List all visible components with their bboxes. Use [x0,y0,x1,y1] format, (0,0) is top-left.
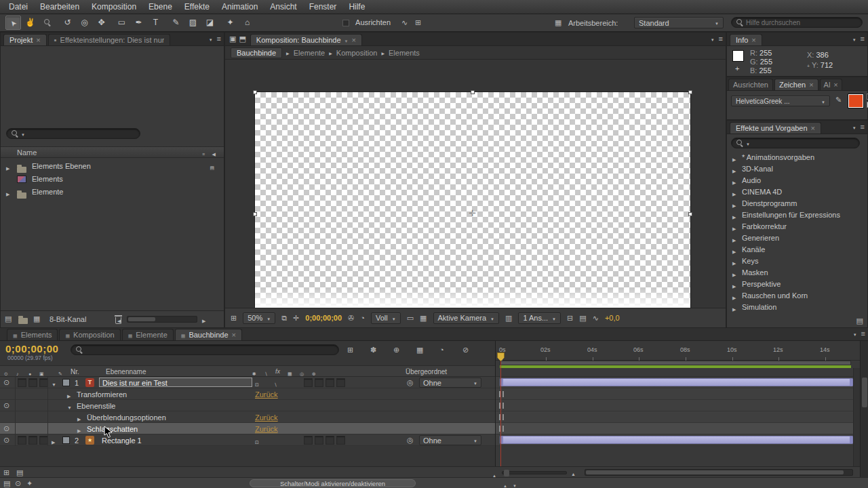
project-search-input[interactable] [28,130,135,138]
twirl-closed-icon[interactable] [732,270,736,278]
close-icon[interactable] [352,37,356,44]
zoom-slider-thumb[interactable] [504,470,509,476]
twirl-closed-icon[interactable] [732,259,736,266]
horizontal-scrollbar-thumb[interactable] [586,470,844,474]
tab-komposition[interactable]: Komposition [59,329,120,340]
label-color-chip[interactable] [62,436,70,444]
motion-blur-icon[interactable] [439,346,444,354]
close-icon[interactable] [232,331,236,339]
selection-handle[interactable] [688,212,692,216]
new-composition-icon[interactable] [33,315,40,323]
twirl-closed-icon[interactable] [732,224,736,232]
menu-ansicht[interactable]: Ansicht [264,0,302,14]
group-label[interactable]: Ebenenstile [77,402,116,410]
shy-switch[interactable] [255,380,259,388]
layer-row-1[interactable]: 1 Dies ist nur ein Test Ohne [0,377,495,388]
eye-icon[interactable] [3,379,9,386]
twirl-closed-icon[interactable] [732,247,736,255]
effects-category[interactable]: Keys [727,256,867,267]
effects-category[interactable]: Masken [727,267,867,279]
tab-zeichen[interactable]: Zeichen [774,79,818,90]
new-folder-icon[interactable] [18,318,28,324]
frame-blend-icon[interactable] [416,346,423,354]
lock-view-icon[interactable] [239,35,245,43]
workspace-select[interactable]: Standard [634,17,724,28]
collapse-icon[interactable] [212,150,216,157]
interpret-footage-icon[interactable] [5,315,12,323]
eye-icon[interactable] [3,425,9,432]
layer-row-2[interactable]: 2 Rectangle 1 Ohne [0,434,495,446]
scroll-left-icon[interactable] [117,317,121,324]
graph-editor-icon[interactable] [462,346,469,354]
layer-duration-bar[interactable] [500,436,853,444]
group-row-transformieren[interactable]: Transformieren Zurück [0,388,495,400]
help-search-input[interactable] [746,19,857,26]
tab-ausrichten[interactable]: Ausrichten [728,79,773,90]
pen-tool-icon[interactable] [131,16,146,30]
effects-category[interactable]: Rauschen und Korn [727,290,867,302]
track-row-layer-2[interactable] [496,434,860,446]
timeline-vscrollbar[interactable] [860,341,868,477]
twirl-open-icon[interactable] [67,403,72,411]
view-layout-select[interactable]: 1 Ans... [518,312,561,324]
footer-scrollbar[interactable] [127,316,197,323]
panel-menu-icon[interactable] [861,330,865,338]
comp-mini-flowchart-icon[interactable] [347,346,353,354]
selection-tool-icon[interactable] [5,16,21,30]
eyedropper-icon[interactable] [835,96,842,104]
camera-select[interactable]: Aktive Kamera [433,312,499,324]
status-icon-3[interactable] [26,480,33,487]
reset-link[interactable]: Zurück [255,390,278,399]
selection-handle[interactable] [471,90,475,94]
collapse-up-icon[interactable] [503,481,507,488]
camera-tool-icon[interactable] [77,16,92,30]
shy-switch[interactable] [255,438,259,445]
fast-previews-icon[interactable] [579,314,586,322]
snapshot-icon[interactable] [348,314,354,322]
timeline-flow-icon[interactable] [593,314,599,322]
expand-icon[interactable] [3,469,9,476]
twirl-closed-icon[interactable] [6,190,9,197]
exposure-value[interactable]: +0,0 [605,314,620,322]
bit-depth-label[interactable]: 8-Bit-Kanal [50,315,86,323]
draft-3d-icon[interactable] [370,346,376,354]
hide-shy-icon[interactable] [393,346,399,354]
twirl-closed-icon[interactable] [732,305,736,312]
tab-effekte-und-vorgaben[interactable]: Effekte und Vorgaben [730,122,821,134]
menu-ebene[interactable]: Ebene [142,0,178,14]
effects-category[interactable]: * Animationsvorgaben [727,152,867,163]
modes-icon[interactable] [16,469,23,476]
zoom-tool-icon[interactable] [39,16,55,30]
twirl-closed-icon[interactable] [732,167,736,174]
tab-bauchbinde[interactable]: Bauchbinde [175,329,242,340]
layer-duration-bar[interactable] [500,378,853,386]
snap-checkbox[interactable] [342,20,349,26]
chevron-down-icon[interactable] [852,123,856,131]
resolution-select[interactable]: Voll [371,312,401,324]
menu-animation[interactable]: Animation [216,0,264,14]
curve-icon[interactable] [401,19,408,26]
close-icon[interactable] [36,37,40,44]
track-row-layer-1[interactable] [496,377,860,388]
effects-category[interactable]: Generieren [727,232,867,244]
toggle-switches-modes-button[interactable]: Schalter/Modi aktivieren/deaktivieren [250,479,416,487]
rotate-tool-icon[interactable] [60,16,75,30]
chevron-down-icon[interactable] [853,330,857,338]
rasterize-switch[interactable] [274,380,277,388]
twirl-closed-icon[interactable] [732,236,736,243]
breadcrumb-item[interactable]: Elemente [294,49,325,57]
menu-fenster[interactable]: Fenster [303,0,343,14]
crosshair-icon[interactable] [293,314,299,322]
zoom-in-mountain-icon[interactable] [571,470,576,477]
hand-tool-icon[interactable] [22,16,38,30]
text-tool-icon[interactable] [148,16,163,30]
name-column-header[interactable]: Name [17,148,37,157]
always-preview-icon[interactable] [231,314,237,322]
breadcrumb-item[interactable]: Komposition [336,49,378,57]
project-item-comp[interactable]: Elements [1,173,224,186]
parent-pickwhip-icon[interactable] [407,436,414,444]
twirl-open-icon[interactable] [52,380,56,388]
timeline-search[interactable] [71,344,339,355]
panel-menu-icon[interactable] [719,35,723,43]
tab-elements[interactable]: Elements [7,329,58,340]
